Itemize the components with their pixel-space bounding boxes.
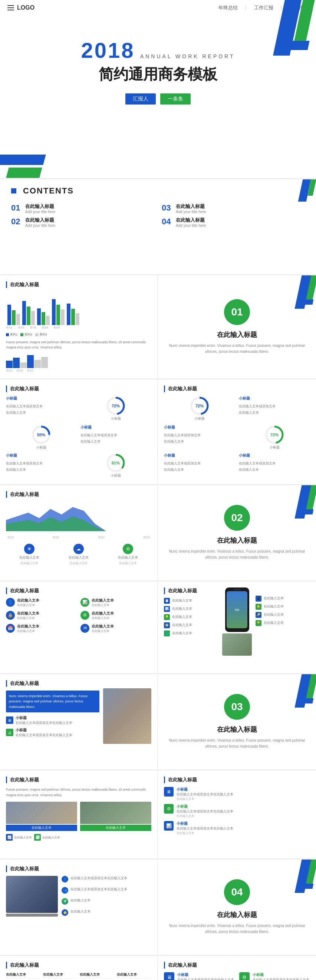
nl-t-2: 在此输入文本或添加文本在此输入文本 (70, 887, 127, 892)
bar-gray1 (16, 314, 20, 325)
menu-icon[interactable] (7, 5, 14, 10)
kr-1: 🖥 小标题 在此输入文本或添加文本在此输入文本 (164, 972, 235, 980)
sr-sub-2: 小标题 (177, 804, 233, 809)
sr-ic-1: 🖥 (164, 787, 174, 797)
stats-btn-1[interactable]: 在此输入文本 (6, 825, 77, 831)
il-2: 📊 在此输入文本 在此输入文本 (80, 598, 151, 607)
prog-r-txt-1b: 在此输入文本 (239, 410, 259, 415)
prog-text-5b: 在此输入文本 (6, 468, 26, 472)
prog-item-1: 小标题 在此输入文本或添加文本 在此输入文本 (6, 396, 77, 421)
slide-laptop-left: 在此输入标题 👤 在此输入文本或添加文本在此输入文本 👥 在此输入文本或添加文本… (0, 859, 158, 955)
slide-row-8: 在此输入标题 在此输入文本 在此输入文本 在此输入文本 在此输入文本 在此输入文… (0, 955, 316, 980)
stats-btn-2[interactable]: 在此输入文本 (80, 825, 151, 831)
prog-circle-1: 72% 小标题 (80, 396, 151, 421)
pril-1: 📱 在此输入文本 (255, 596, 310, 601)
prog-r-txt-4: 在此输入文本或添加文本 (239, 461, 276, 466)
kpi-r-grid: 🖥 小标题 在此输入文本或添加文本在此输入文本 ⚙ 小标题 在此输入文本或添加文… (164, 972, 310, 980)
slide-row-2: 在此输入标题 小标题 在此输入文本或添加文本 在此输入文本 72% 小标题 (0, 379, 316, 484)
chart-bars-1 (6, 296, 81, 325)
kpi-h1: 在此输入文本 (6, 972, 41, 978)
icon-item-2: ☁ 在此输入文本 在此输入文本 (55, 544, 102, 565)
pil-2: 📊 在此输入文本 (164, 606, 219, 612)
x-label-1: 类别1 (6, 326, 13, 329)
bar-b5 (67, 304, 70, 325)
contents-num-3: 03 (162, 203, 172, 213)
sr-item-3: 📊 小标题 在此输入文本或添加文本在此输入文本 在此输入文本 (164, 821, 310, 835)
sec02-d-blue2 (300, 509, 314, 514)
prog-r-l2: 小标题 (270, 445, 280, 450)
il-title-5: 在此输入文本 (17, 624, 39, 629)
legend-item-2: 系列2 (21, 332, 32, 337)
sr-sub-1: 小标题 (177, 787, 233, 792)
sr-t-3b: 在此输入文本 (177, 831, 233, 835)
pil-4: ⭐ 在此输入文本 (164, 622, 219, 628)
stats-icon-row: 📈 在此输入文本 📉 在此输入文本 (6, 834, 151, 841)
bar-g4 (56, 305, 60, 325)
prog-text-5: 在此输入文本或添加文本 (6, 461, 43, 466)
contents-num-2: 02 (11, 217, 22, 226)
contents-item-4: 04 在此输入标题 Add your title here (162, 217, 305, 228)
mountain-labels: 类别1 类别2 类别3 类别4 (6, 536, 151, 539)
text-block-area: 在此输入标题 Nunc viverra imperdiet enim. Viva… (6, 680, 99, 764)
sec04-title: 在此输入标题 (217, 910, 257, 919)
icon-2-sub: 在此输入文本 (70, 561, 88, 565)
prog-svg-3: 61% (106, 453, 126, 473)
prog-text-1b: 在此输入文本 (6, 410, 26, 415)
prog-r-title: 在此输入标题 (164, 385, 310, 392)
sr-t-2: 在此输入文本或添加文本在此输入文本 (177, 809, 233, 814)
sir-2: 📉 在此输入文本 (34, 834, 60, 841)
laptop-title: 在此输入标题 (6, 865, 151, 872)
sir-ic-2: 📉 (34, 834, 41, 841)
svg-text:72%: 72% (195, 404, 203, 408)
contents-deco (279, 180, 316, 209)
nl-2: 👥 在此输入文本或添加文本在此输入文本 (62, 887, 151, 894)
legend-label-3: 系列3 (39, 332, 47, 337)
ml1: 类别1 (6, 369, 13, 372)
nl-ic-1: 👤 (62, 876, 68, 883)
il-icon-5: 📅 (6, 624, 15, 633)
prog-sub-1: 小标题 (6, 396, 17, 401)
prog-sub-4: 小标题 (80, 425, 92, 430)
pil-ic-5: 🌐 (164, 630, 170, 636)
bar-g5 (71, 309, 75, 325)
laptop-num-list: 👤 在此输入文本或添加文本在此输入文本 👥 在此输入文本或添加文本在此输入文本 … (62, 876, 151, 918)
slide-iconlist-left: 在此输入标题 👤 在此输入文本 在此输入文本 📊 在此输入文本 在此输入文本 🔒 (0, 582, 158, 673)
sec01-desc: Nunc viverra imperdiet enim. Vivamus a t… (165, 343, 309, 355)
icon-2: ☁ (73, 544, 84, 554)
icon-row: ❄ 在此输入文本 在此输入文本 ☁ 在此输入文本 在此输入文本 ⚙ 在此输入文本… (6, 544, 151, 565)
sec02-num: 02 (224, 505, 250, 531)
sil-title-1: 小标题 (16, 715, 72, 721)
prog-r-txt-2b: 在此输入文本 (164, 439, 184, 444)
prog-svg-2: 50% (31, 425, 51, 445)
contents-icon (11, 188, 16, 194)
prog-r-circle-1: 72% 小标题 (164, 396, 235, 421)
m-l3: 类别3 (98, 536, 105, 539)
sec02-title: 在此输入标题 (217, 536, 257, 545)
sil-sub-2: 在此输入文本或添加文本在此输入文本 (16, 733, 72, 738)
nl-t-1: 在此输入文本或添加文本在此输入文本 (70, 876, 127, 881)
chart-desc: Fusce posuere, magna sed pulvinar ultric… (6, 339, 151, 350)
phone-speaker (233, 589, 241, 590)
pil-text-2: 在此输入文本 (172, 606, 192, 611)
stats-img-1 (6, 802, 77, 824)
phone-title: 在此输入标题 (164, 587, 219, 594)
sr-ic-3: 📊 (164, 821, 174, 830)
chart-body-text: Fusce posuere, magna sed pulvinar ultric… (6, 339, 151, 350)
kr-sub-1: 小标题 (177, 972, 234, 977)
stats-r-title: 在此输入标题 (164, 776, 310, 783)
slide-phone-right: 在此输入标题 📋 在此输入文本 📊 在此输入文本 💡 在此输入文本 ⭐ 在此输入 (158, 582, 316, 673)
prog-text-4: 在此输入文本或添加文本 (80, 433, 117, 438)
icon-1-sub: 在此输入文本 (21, 561, 38, 565)
mb3 (20, 363, 27, 368)
contents-item-2: 02 在此输入标题 Add your title here (11, 217, 154, 228)
tag-name: 一条鱼 (160, 94, 191, 105)
pil-ic-3: 💡 (164, 614, 170, 620)
il-sub-5: 在此输入文本 (17, 629, 39, 633)
m-l4: 类别4 (143, 536, 150, 539)
il-3: 🔒 在此输入文本 在此输入文本 (6, 611, 77, 620)
phone-icon-list: 📋 在此输入文本 📊 在此输入文本 💡 在此输入文本 ⭐ 在此输入文本 🌐 (164, 598, 219, 636)
il-sub-2: 在此输入文本 (92, 603, 114, 607)
phone-right-panel: 📱 在此输入文本 🔔 在此输入文本 🔑 在此输入文本 🏆 在此输入文本 (255, 587, 310, 626)
prog-label-1: 小标题 (111, 416, 121, 421)
bar-g1 (12, 310, 16, 325)
